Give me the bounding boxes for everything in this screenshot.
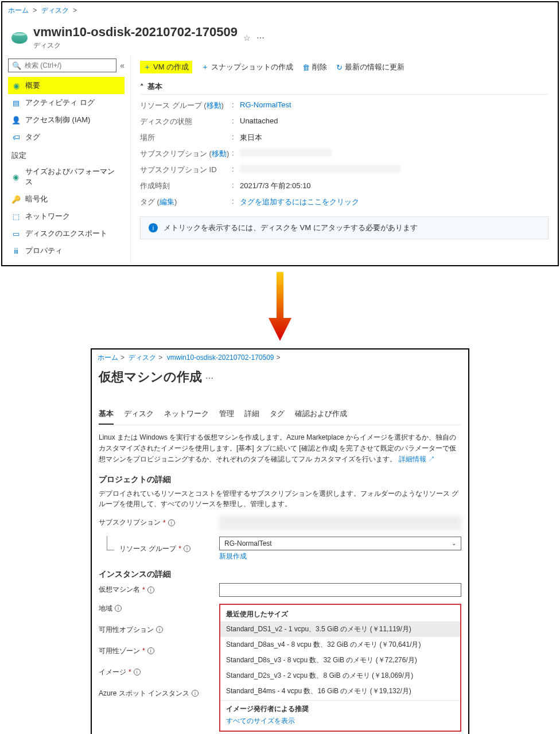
- key-icon: 🔑: [11, 195, 21, 204]
- info-icon[interactable]: i: [115, 605, 122, 612]
- info-icon[interactable]: i: [147, 647, 154, 654]
- dropdown-reco-header: イメージ発行者による推奨: [220, 700, 460, 715]
- size-option[interactable]: Standard_B4ms - 4 vcpu 数、16 GiB のメモリ (￥1…: [220, 683, 460, 699]
- chevron-down-icon: ⌄: [452, 540, 456, 546]
- more-icon[interactable]: ⋯: [205, 374, 213, 383]
- nav-export[interactable]: ▭ディスクのエクスポート: [8, 225, 125, 242]
- breadcrumb: ホーム> ディスク> vmwin10-osdisk-20210702-17050…: [92, 349, 468, 366]
- info-icon[interactable]: i: [192, 690, 199, 697]
- edit-tags-link[interactable]: 編集: [160, 197, 174, 206]
- size-dropdown-list: 最近使用したサイズ Standard_DS1_v2 - 1 vcpu、3.5 G…: [219, 604, 461, 732]
- nav-iam[interactable]: 👤アクセス制御 (IAM): [8, 111, 125, 129]
- breadcrumb-disk[interactable]: ディスク: [41, 6, 69, 14]
- size-option[interactable]: Standard_D2s_v3 - 2 vcpu 数、8 GiB のメモリ (￥…: [220, 668, 460, 683]
- project-details-header: プロジェクトの詳細: [99, 475, 461, 485]
- info-icon[interactable]: i: [134, 669, 141, 675]
- project-details-desc: デプロイされているリソースとコストを管理するサブスクリプションを選択します。フォ…: [99, 488, 461, 509]
- add-tags-link[interactable]: タグを追加するにはここをクリック: [240, 197, 359, 206]
- create-new-rg-link[interactable]: 新規作成: [219, 552, 247, 561]
- resource-group-link[interactable]: RG-NormalTest: [240, 100, 291, 109]
- disk-icon: [11, 32, 28, 44]
- nav-network[interactable]: ⬚ネットワーク: [8, 208, 125, 225]
- move-rg-link[interactable]: 移動: [207, 101, 221, 110]
- size-option[interactable]: Standard_D8s_v3 - 8 vcpu 数、32 GiB のメモリ (…: [220, 653, 460, 668]
- arrow-down-icon: [0, 272, 560, 343]
- nav-properties[interactable]: ⅲプロパティ: [8, 242, 125, 259]
- page-subtitle: ディスク: [33, 41, 238, 51]
- tab-network[interactable]: ネットワーク: [164, 405, 209, 425]
- breadcrumb-home[interactable]: ホーム: [98, 354, 118, 362]
- nav-encryption[interactable]: 🔑暗号化: [8, 191, 125, 208]
- subscription-value: [240, 149, 332, 157]
- properties-icon: ⅲ: [11, 246, 21, 255]
- info-icon[interactable]: i: [184, 545, 190, 552]
- subscription-select[interactable]: [219, 516, 461, 530]
- page-title: 仮想マシンの作成: [99, 370, 202, 384]
- refresh-icon: ↻: [336, 63, 343, 72]
- collapse-icon[interactable]: «: [120, 61, 125, 70]
- delete-button[interactable]: 🗑削除: [302, 62, 327, 72]
- activity-icon: ▤: [11, 98, 21, 107]
- location-value: 東日本: [240, 133, 549, 143]
- breadcrumb-diskname[interactable]: vmwin10-osdisk-20210702-170509: [167, 354, 274, 362]
- tag-icon: 🏷: [11, 133, 21, 142]
- breadcrumb-home[interactable]: ホーム: [8, 6, 29, 14]
- disk-small-icon: ◉: [11, 172, 21, 181]
- intro-text: Linux または Windows を実行する仮想マシンを作成します。Azure…: [99, 432, 461, 465]
- tab-basic[interactable]: 基本: [99, 405, 114, 425]
- nav-tags[interactable]: 🏷タグ: [8, 129, 125, 146]
- more-icon[interactable]: ⋯: [256, 33, 265, 42]
- tab-disk[interactable]: ディスク: [124, 405, 154, 425]
- nav-activity-log[interactable]: ▤アクティビティ ログ: [8, 94, 125, 111]
- subscription-id-value: [240, 165, 400, 173]
- tab-manage[interactable]: 管理: [219, 405, 234, 425]
- section-basic-header[interactable]: ˄基本: [140, 79, 549, 95]
- overview-icon: ◉: [11, 81, 21, 90]
- refresh-button[interactable]: ↻最新の情報に更新: [336, 62, 405, 72]
- page-title: vmwin10-osdisk-20210702-170509: [33, 25, 238, 40]
- vm-name-input[interactable]: [219, 583, 461, 597]
- dropdown-recent-header: 最近使用したサイズ: [220, 607, 460, 622]
- iam-icon: 👤: [11, 115, 21, 125]
- nav-size-perf[interactable]: ◉サイズおよびパフォーマンス: [8, 163, 125, 191]
- tab-review[interactable]: 確認および作成: [295, 405, 347, 425]
- create-vm-button[interactable]: ＋VM の作成: [140, 61, 192, 73]
- info-icon[interactable]: i: [147, 587, 154, 593]
- info-icon[interactable]: i: [156, 626, 163, 633]
- breadcrumb-disk[interactable]: ディスク: [129, 354, 156, 362]
- info-icon[interactable]: i: [168, 519, 175, 526]
- breadcrumb: ホーム > ディスク >: [2, 2, 558, 19]
- move-sub-link[interactable]: 移動: [212, 149, 227, 158]
- info-icon: i: [149, 223, 158, 232]
- search-icon: 🔍: [12, 61, 21, 70]
- search-input[interactable]: [25, 61, 112, 69]
- learn-more-link[interactable]: 詳細情報 ↗: [399, 455, 435, 463]
- instance-details-header: インスタンスの詳細: [99, 569, 461, 580]
- create-snapshot-button[interactable]: ＋スナップショットの作成: [201, 62, 293, 72]
- nav-section-settings: 設定: [8, 146, 125, 163]
- nav-overview[interactable]: ◉概要: [8, 77, 125, 94]
- export-icon: ▭: [11, 229, 21, 238]
- size-option[interactable]: Standard_DS1_v2 - 1 vcpu、3.5 GiB のメモリ (￥…: [220, 622, 460, 637]
- all-sizes-link[interactable]: すべてのサイズを表示: [220, 715, 460, 728]
- size-option[interactable]: Standard_D8as_v4 - 8 vcpu 数、32 GiB のメモリ …: [220, 637, 460, 653]
- network-icon: ⬚: [11, 212, 21, 221]
- disk-state-value: Unattached: [240, 116, 549, 127]
- chevron-up-icon: ˄: [140, 83, 144, 91]
- tab-tags[interactable]: タグ: [270, 405, 285, 425]
- pin-icon[interactable]: ☆: [243, 33, 251, 42]
- resource-group-select[interactable]: RG-NormalTest⌄: [219, 537, 461, 550]
- tab-detail[interactable]: 詳細: [244, 405, 259, 425]
- info-alert: i メトリックを表示するには、ディスクを VM にアタッチする必要があります: [140, 216, 549, 239]
- trash-icon: 🗑: [302, 63, 310, 72]
- created-time-value: 2021/7/3 午前2:05:10: [240, 181, 549, 191]
